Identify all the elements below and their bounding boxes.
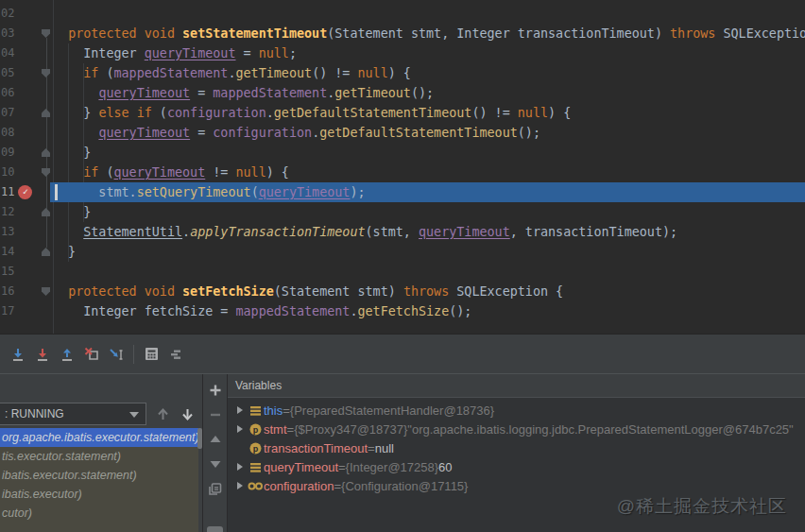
- code-text[interactable]: StatementUtil.applyTransactionTimeout(st…: [53, 222, 805, 242]
- editor-line[interactable]: 12 }: [0, 202, 805, 222]
- move-up-icon[interactable]: [205, 429, 226, 450]
- code-token: setQueryTimeout: [137, 185, 251, 199]
- code-text[interactable]: }: [53, 242, 805, 262]
- scroll-thumb[interactable]: [207, 526, 223, 532]
- line-number: 03: [1, 24, 14, 43]
- copy-icon[interactable]: [205, 478, 226, 499]
- expand-arrow-icon[interactable]: [237, 425, 243, 433]
- code-token: [53, 86, 98, 100]
- step-into-icon[interactable]: [6, 342, 30, 367]
- code-text[interactable]: [53, 262, 805, 282]
- editor-line[interactable]: 05 if (mappedStatement.getTimeout() != n…: [0, 63, 805, 83]
- editor-line[interactable]: 13 StatementUtil.applyTransactionTimeout…: [0, 222, 805, 242]
- stack-frame-item[interactable]: cutor): [0, 504, 198, 523]
- fold-marker-icon[interactable]: [42, 148, 50, 157]
- watermark: @稀土掘金技术社区: [617, 494, 787, 519]
- code-editor[interactable]: 0203 protected void setStatementTimeout(…: [0, 0, 805, 334]
- gutter: 15: [0, 262, 53, 282]
- code-token: (Statement stmt): [274, 284, 403, 299]
- editor-line[interactable]: 16 protected void setFetchSize(Statement…: [0, 282, 805, 301]
- move-down-icon[interactable]: [205, 454, 226, 474]
- editor-line[interactable]: 10 if (queryTimeout != null) {: [0, 163, 805, 182]
- code-text[interactable]: if (queryTimeout != null) {: [53, 163, 805, 182]
- code-token: throws: [403, 284, 449, 299]
- breakpoint-icon[interactable]: ✓: [18, 185, 32, 199]
- gutter: 14: [0, 242, 53, 262]
- code-token: ;: [289, 46, 297, 60]
- code-token: SQLException {: [449, 284, 563, 299]
- gutter: 03: [0, 24, 53, 43]
- editor-line[interactable]: 15: [0, 262, 805, 282]
- fold-marker-icon[interactable]: [42, 29, 50, 38]
- step-out-icon[interactable]: [55, 342, 79, 367]
- fold-marker-icon[interactable]: [42, 69, 50, 77]
- code-text[interactable]: [53, 4, 805, 24]
- expand-arrow-icon[interactable]: [237, 463, 243, 471]
- editor-line[interactable]: 11✓ stmt.setQueryTimeout(queryTimeout);: [0, 182, 805, 202]
- editor-line[interactable]: 07 } else if (configuration.getDefaultSt…: [0, 103, 805, 123]
- chevron-down-icon: [129, 412, 139, 418]
- editor-line[interactable]: 03 protected void setStatementTimeout(St…: [0, 24, 805, 43]
- gutter: 16: [0, 282, 53, 301]
- expand-arrow-icon[interactable]: [237, 482, 243, 489]
- editor-line[interactable]: 17 Integer fetchSize = mappedStatement.g…: [0, 301, 805, 321]
- gutter: 12: [0, 202, 53, 222]
- code-text[interactable]: if (mappedStatement.getTimeout() != null…: [53, 63, 805, 83]
- fold-marker-icon[interactable]: [42, 168, 50, 177]
- code-text[interactable]: } else if (configuration.getDefaultState…: [53, 103, 805, 123]
- svg-text:p: p: [252, 424, 258, 434]
- editor-line[interactable]: 08 queryTimeout = configuration.getDefau…: [0, 123, 805, 143]
- editor-line[interactable]: 14 }: [0, 242, 805, 262]
- stack-frame-item[interactable]: ibatis.executor.statement): [0, 466, 198, 485]
- code-text[interactable]: }: [53, 202, 805, 222]
- evaluate-expression-icon[interactable]: [139, 342, 163, 367]
- stack-frame-item[interactable]: org.apache.ibatis.executor.statement): [0, 428, 198, 447]
- debug-step-toolbar: [0, 334, 805, 373]
- code-token: =: [190, 126, 213, 140]
- editor-line[interactable]: 09 }: [0, 143, 805, 163]
- code-text[interactable]: stmt.setQueryTimeout(queryTimeout);: [50, 182, 805, 202]
- editor-line[interactable]: 04 Integer queryTimeout = null;: [0, 43, 805, 63]
- code-text[interactable]: protected void setStatementTimeout(State…: [53, 24, 805, 43]
- code-token: mappedStatement: [114, 66, 229, 80]
- variable-row[interactable]: this = {PreparedStatementHandler@18736}: [228, 401, 805, 420]
- expand-arrow-icon[interactable]: [237, 406, 243, 414]
- variable-row[interactable]: ptransactionTimeout = null: [228, 438, 805, 457]
- code-token: () !=: [312, 66, 357, 80]
- code-text[interactable]: queryTimeout = mappedStatement.getTimeou…: [53, 83, 805, 103]
- code-text[interactable]: }: [53, 143, 805, 163]
- remove-icon[interactable]: [205, 404, 226, 425]
- fold-marker-icon[interactable]: [42, 248, 50, 256]
- add-icon[interactable]: [205, 380, 226, 401]
- code-token: );: [350, 185, 365, 199]
- fold-marker-icon[interactable]: [42, 109, 50, 117]
- gutter: 09: [0, 143, 53, 163]
- code-text[interactable]: protected void setFetchSize(Statement st…: [53, 282, 805, 301]
- variable-row[interactable]: configuration = {Configuration@17115}: [228, 476, 805, 495]
- code-text[interactable]: queryTimeout = configuration.getDefaultS…: [53, 123, 805, 143]
- parameter-icon: p: [247, 423, 264, 436]
- variable-value-ref: {PreparedStatementHandler@18736}: [290, 403, 494, 418]
- gutter: 10: [0, 163, 53, 182]
- editor-line[interactable]: 02: [0, 4, 805, 24]
- frame-up-icon[interactable]: [151, 403, 174, 425]
- stack-frame-item[interactable]: tis.executor.statement): [0, 447, 198, 466]
- drop-frame-icon[interactable]: [79, 342, 104, 367]
- code-token: queryTimeout: [98, 126, 190, 140]
- fold-marker-icon[interactable]: [42, 287, 50, 296]
- code-text[interactable]: Integer queryTimeout = null;: [53, 43, 805, 63]
- force-step-into-icon[interactable]: [30, 342, 55, 367]
- trace-stream-icon[interactable]: [163, 342, 188, 367]
- code-text[interactable]: Integer fetchSize = mappedStatement.getF…: [53, 301, 805, 321]
- variable-row[interactable]: queryTimeout = {Integer@17258} 60: [228, 457, 805, 476]
- run-to-cursor-icon[interactable]: [104, 342, 128, 367]
- frame-down-icon[interactable]: [176, 403, 198, 425]
- fold-marker-icon[interactable]: [42, 208, 50, 216]
- code-token: .: [266, 106, 274, 120]
- variable-row[interactable]: pstmt = {$Proxy347@18737} "org.apache.ib…: [228, 420, 805, 438]
- code-token: configuration: [167, 106, 266, 120]
- editor-line[interactable]: 06 queryTimeout = mappedStatement.getTim…: [0, 83, 805, 103]
- stack-frame-item[interactable]: ibatis.executor): [0, 485, 198, 504]
- line-number: 08: [1, 123, 14, 143]
- thread-dropdown[interactable]: : RUNNING: [0, 403, 146, 425]
